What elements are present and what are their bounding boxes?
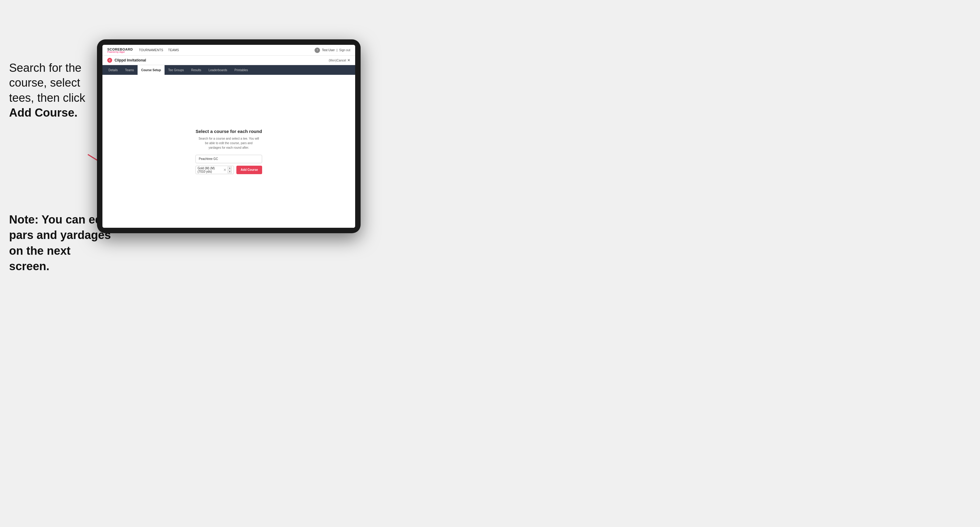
section-description: Search for a course and select a tee. Yo… <box>199 136 259 150</box>
tab-printables[interactable]: Printables <box>231 65 251 75</box>
nav-right: T Test User | Sign out <box>315 48 350 53</box>
cancel-button[interactable]: Cancel <box>337 59 346 62</box>
tab-tee-groups[interactable]: Tee Groups <box>165 65 188 75</box>
tournament-header: C Clippd Invitational (Men) Cancel ✕ <box>102 56 355 65</box>
tab-course-setup[interactable]: Course Setup <box>138 65 165 75</box>
main-content: Select a course for each round Search fo… <box>102 75 355 228</box>
tab-teams[interactable]: Teams <box>121 65 138 75</box>
annotation-note: Note: You can edit pars and yardages on … <box>9 212 112 274</box>
sign-out-link[interactable]: Sign out <box>339 48 350 52</box>
nav-separator: | <box>337 48 337 52</box>
tournament-icon: C <box>107 58 112 63</box>
nav-teams[interactable]: TEAMS <box>168 48 179 52</box>
tee-down-button[interactable]: ▼ <box>228 170 232 173</box>
logo-sub: Powered by clippd <box>107 51 133 53</box>
tee-up-button[interactable]: ▲ <box>228 167 232 170</box>
tab-details[interactable]: Details <box>105 65 121 75</box>
tabs-bar: Details Teams Course Setup Tee Groups Re… <box>102 65 355 75</box>
tournament-subtitle: (Men) <box>329 59 337 62</box>
section-title: Select a course for each round <box>196 129 262 134</box>
nav-tournaments[interactable]: TOURNAMENTS <box>139 48 163 52</box>
user-avatar: T <box>315 48 320 53</box>
nav-bar: SCOREBOARD Powered by clippd TOURNAMENTS… <box>102 45 355 56</box>
nav-links: TOURNAMENTS TEAMS <box>139 48 315 52</box>
user-name: Test User <box>322 48 334 52</box>
tab-results[interactable]: Results <box>188 65 205 75</box>
cancel-x-icon[interactable]: ✕ <box>347 58 350 62</box>
tablet-screen: SCOREBOARD Powered by clippd TOURNAMENTS… <box>102 45 355 228</box>
tablet-device: SCOREBOARD Powered by clippd TOURNAMENTS… <box>97 40 361 233</box>
tee-value: Gold (M) (M) (7010 yds) <box>197 167 222 173</box>
clear-tee-button[interactable]: ✕ <box>222 168 228 172</box>
add-course-button[interactable]: Add Course <box>236 166 262 174</box>
tournament-title: Clippd Invitational <box>115 58 328 62</box>
annotation-instruction: Search for the course, select tees, then… <box>9 60 94 121</box>
tab-leaderboards[interactable]: Leaderboards <box>205 65 231 75</box>
tee-select-row: Gold (M) (M) (7010 yds) ✕ ▲ ▼ Add Course <box>196 166 262 174</box>
tee-spinners: ▲ ▼ <box>228 167 232 173</box>
course-search-input[interactable] <box>196 155 262 163</box>
logo: SCOREBOARD Powered by clippd <box>107 48 133 53</box>
